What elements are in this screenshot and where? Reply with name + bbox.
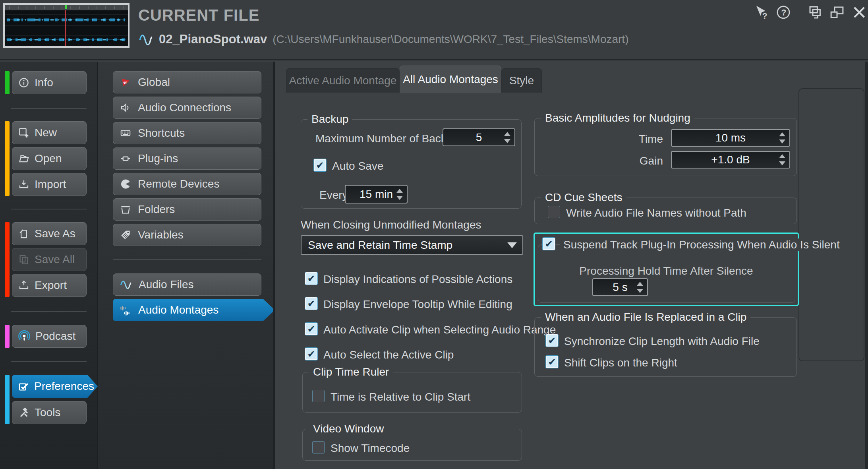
tab-label: All Audio Montages [403, 73, 498, 86]
category-label: Audio Files [139, 278, 194, 291]
auto-activate-clip-checkbox[interactable] [305, 323, 317, 335]
category-label: Variables [138, 229, 184, 241]
category-audio-montages[interactable]: Audio Montages [113, 299, 275, 321]
backup-legend: Backup [307, 113, 352, 126]
relative-time-checkbox[interactable] [312, 390, 325, 402]
nudge-time-label: Time [616, 133, 663, 145]
sidebar-item-label: Preferences [34, 380, 94, 393]
sidebar-item-save-as[interactable]: Save As [12, 222, 87, 245]
every-label: Every [319, 189, 348, 202]
category-global[interactable]: w Global [113, 71, 261, 93]
tab-style[interactable]: Style [501, 68, 542, 93]
closing-montages-dropdown[interactable]: Save and Retain Time Stamp [301, 235, 523, 255]
tab-active-audio-montage[interactable]: Active Audio Montage [286, 68, 400, 93]
suspend-processing-label: Suspend Track Plug-In Processing When Au… [560, 238, 843, 251]
sidebar-item-label: Tools [35, 406, 60, 419]
context-help-button[interactable]: ? [753, 4, 770, 21]
file-name: 02_PianoSpot.wav [159, 32, 267, 47]
sidebar-item-preferences[interactable]: Preferences [12, 375, 98, 398]
accent-info [5, 71, 10, 94]
nudging-group: Basic Amplitudes for Nudging Time 10 ms … [534, 118, 797, 176]
auto-save-checkbox[interactable] [314, 159, 326, 171]
category-audio-files[interactable]: Audio Files [113, 273, 261, 296]
hold-time-label: Processing Hold Time After Silence [535, 265, 798, 277]
stepper-arrows-icon[interactable] [779, 132, 785, 143]
close-icon[interactable] [851, 4, 868, 21]
suspend-processing-checkbox[interactable] [543, 238, 555, 250]
sync-clip-length-label: Synchronize Clip Length with Audio File [564, 335, 760, 348]
podcast-icon [18, 330, 31, 343]
wavelab-window: CURRENT FILE 02_PianoSpot.wav (C:\Users\… [0, 0, 868, 469]
chevron-down-icon [507, 242, 517, 248]
show-timecode-label: Show Timecode [331, 442, 410, 455]
nudge-time-stepper[interactable]: 10 ms [671, 129, 790, 147]
sidebar-item-label: New [35, 126, 57, 139]
backup-group: Backup Maximum Number of Backups 5 Auto … [301, 119, 522, 209]
sidebar-item-import[interactable]: Import [12, 173, 87, 196]
closing-montages-label: When Closing Unmodified Montages [301, 219, 481, 231]
auto-select-clip-checkbox[interactable] [305, 348, 317, 360]
tab-label: Active Audio Montage [289, 74, 397, 87]
max-backups-value: 5 [476, 131, 482, 144]
stepper-arrows-icon[interactable] [396, 189, 403, 200]
max-backups-stepper[interactable]: 5 [443, 128, 515, 146]
write-names-checkbox[interactable] [548, 206, 560, 218]
autosave-interval-stepper[interactable]: 15 min [345, 185, 408, 203]
write-names-label: Write Audio File Names without Path [566, 207, 746, 219]
category-plug-ins[interactable]: Plug-ins [113, 147, 261, 170]
sidebar-item-label: Open [35, 152, 62, 165]
sync-clip-length-checkbox[interactable] [546, 334, 558, 347]
sidebar-item-save-all[interactable]: Save All [12, 248, 87, 271]
stepper-arrows-icon[interactable] [504, 132, 510, 143]
shift-clips-label: Shift Clips on the Right [564, 357, 677, 369]
category-folders[interactable]: Folders [113, 198, 261, 221]
preferences-category-list: w Global Audio Connections Shortcuts Plu… [98, 62, 275, 469]
stepper-arrows-icon[interactable] [637, 282, 643, 293]
sidebar-item-label: Info [35, 76, 53, 89]
cd-cue-sheets-group: CD Cue Sheets Write Audio File Names wit… [534, 198, 797, 224]
sidebar-item-podcast[interactable]: Podcast [12, 325, 87, 348]
remote-device-icon [120, 178, 131, 190]
autosave-interval-value: 15 min [360, 188, 393, 201]
category-shortcuts[interactable]: Shortcuts [113, 122, 261, 144]
folder-basket-icon [120, 203, 131, 215]
auto-save-label: Auto Save [332, 160, 383, 172]
speaker-icon [120, 102, 131, 114]
category-audio-connections[interactable]: Audio Connections [113, 97, 261, 119]
sidebar-item-open[interactable]: Open [12, 147, 87, 170]
envelope-tooltip-label: Display Envelope Tooltip While Editing [323, 298, 512, 311]
nudge-gain-stepper[interactable]: +1.0 dB [671, 151, 790, 169]
cascade-windows-button[interactable] [807, 4, 824, 21]
sidebar-item-tools[interactable]: Tools [12, 401, 87, 424]
category-remote-devices[interactable]: Remote Devices [113, 173, 261, 195]
tab-label: Style [509, 74, 534, 87]
restore-window-button[interactable] [829, 4, 845, 21]
shift-clips-checkbox[interactable] [546, 356, 558, 368]
clip-time-ruler-group: Clip Time Ruler Time is Relative to Clip… [302, 372, 522, 413]
hold-time-stepper[interactable]: 5 s [592, 278, 648, 296]
window-right-edge [865, 62, 868, 469]
nudging-legend: Basic Amplitudes for Nudging [541, 112, 694, 124]
display-indications-checkbox[interactable] [305, 272, 317, 285]
sidebar-divider [11, 108, 87, 109]
audio-wave-icon [138, 32, 153, 47]
category-variables[interactable]: Variables [113, 224, 261, 246]
tag-icon [120, 229, 131, 241]
cd-cue-sheets-legend: CD Cue Sheets [541, 191, 626, 204]
envelope-tooltip-checkbox[interactable] [305, 297, 317, 310]
wavelab-logo-icon: w [120, 76, 131, 88]
preferences-icon [17, 380, 29, 392]
sidebar-item-export[interactable]: Export [12, 274, 87, 297]
category-label: Remote Devices [138, 178, 219, 190]
sidebar-item-new[interactable]: New [12, 121, 87, 144]
help-button[interactable]: ? [775, 4, 792, 21]
display-indications-label: Display Indications of Possible Actions [323, 273, 512, 286]
accent-settings [5, 375, 10, 424]
nudge-time-value: 10 ms [715, 132, 746, 144]
stepper-arrows-icon[interactable] [779, 154, 785, 165]
tab-all-audio-montages[interactable]: All Audio Montages [400, 66, 501, 93]
show-timecode-checkbox[interactable] [312, 441, 325, 453]
sidebar-item-info[interactable]: Info [12, 71, 87, 94]
clip-time-ruler-legend: Clip Time Ruler [309, 366, 393, 378]
export-icon [18, 279, 30, 291]
